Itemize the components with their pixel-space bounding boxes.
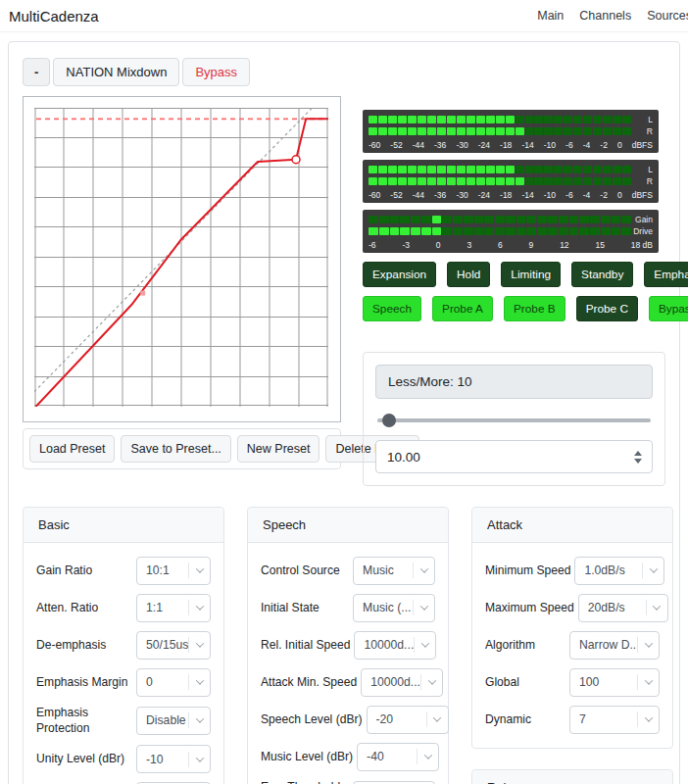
select-algorithm[interactable]: Narrow D... <box>569 631 660 660</box>
meters-stack: LR-60-52-44-36-30-24-18-14-10-6-4-20dBFS… <box>363 110 665 253</box>
status-bypass-button[interactable]: Bypass <box>649 296 688 321</box>
status-speech-button[interactable]: Speech <box>363 296 421 321</box>
led-segment <box>525 116 534 123</box>
led-segment <box>378 116 387 123</box>
led-segment <box>612 216 621 223</box>
status-hold-button[interactable]: Hold <box>447 262 490 287</box>
chevron-down-icon <box>414 605 434 611</box>
select-dynamic[interactable]: 7 <box>569 706 660 734</box>
param-row-attack-min-speed: Attack Min. Speed10000d... <box>261 667 435 697</box>
meter-scale: -60-52-44-36-30-24-18-14-10-6-4-20dBFS <box>369 188 653 201</box>
led-cells <box>369 127 631 135</box>
led-segment <box>474 216 484 223</box>
select-unity-level-dbr[interactable]: -10 <box>136 745 211 773</box>
led-segment <box>593 116 602 123</box>
select-value: 1:1 <box>137 601 188 614</box>
led-segment <box>534 177 543 185</box>
chevron-down-icon <box>189 757 210 762</box>
transfer-curve-graph[interactable] <box>23 96 341 422</box>
channel-card: - NATION Mixdown Bypass Load PresetSave … <box>8 41 680 784</box>
save-to-preset-button[interactable]: Save to Preset... <box>121 435 230 463</box>
led-segment <box>390 227 400 235</box>
select-gain-ratio[interactable]: 10:1 <box>136 557 211 585</box>
led-segment <box>427 177 436 185</box>
led-cells <box>369 166 631 173</box>
chevron-down-icon <box>415 642 435 648</box>
less-more-slider[interactable] <box>377 414 651 427</box>
nav-link-main[interactable]: Main <box>537 9 564 23</box>
led-segment <box>601 227 611 235</box>
minimize-button[interactable]: - <box>23 58 50 86</box>
status-limiting-button[interactable]: Limiting <box>501 262 561 287</box>
param-label: Minimum Speed <box>485 563 574 578</box>
select-de-emphasis[interactable]: 50/15us <box>136 631 211 660</box>
led-segment <box>378 177 387 185</box>
led-segment <box>573 166 582 173</box>
stepper-down-icon[interactable] <box>634 459 642 464</box>
led-segment <box>554 166 563 173</box>
led-segment <box>418 166 426 173</box>
output-meter-1: LR-60-52-44-36-30-24-18-14-10-6-4-20dBFS <box>363 110 659 153</box>
chevron-down-icon <box>189 717 210 723</box>
select-music-level-dbr[interactable]: -40 <box>357 743 439 771</box>
panel-body: Minimum Speed1.0dB/sMaximum Speed20dB/sA… <box>472 543 672 748</box>
led-segment <box>476 177 485 185</box>
select-atten-ratio[interactable]: 1:1 <box>136 594 211 622</box>
select-attack-min-speed[interactable]: 10000d... <box>361 668 443 697</box>
status-expansion-button[interactable]: Expansion <box>363 262 436 287</box>
chevron-glyph <box>421 639 429 647</box>
led-segment <box>442 227 452 235</box>
panel-speech: SpeechControl SourceMusicInitial StateMu… <box>247 507 449 784</box>
select-global[interactable]: 100 <box>569 668 660 697</box>
less-more-number-input[interactable]: 10.00 <box>375 440 653 473</box>
select-control-source[interactable]: Music <box>353 557 435 585</box>
scale-tick: -24 <box>478 190 490 200</box>
select-rel-initial-speed[interactable]: 10000d... <box>354 631 436 660</box>
slider-thumb[interactable] <box>382 414 396 427</box>
scale-tick: 6 <box>498 240 503 250</box>
stepper-up-icon[interactable] <box>634 451 642 456</box>
load-preset-button[interactable]: Load Preset <box>29 435 115 463</box>
slider-track[interactable] <box>377 418 651 422</box>
channel-name-button[interactable]: NATION Mixdown <box>53 58 179 86</box>
led-segment <box>400 216 410 223</box>
led-segment <box>411 227 420 235</box>
led-segment <box>447 116 456 123</box>
status-probe-c-button[interactable]: Probe C <box>576 296 638 321</box>
led-segment <box>506 177 515 185</box>
chevron-down-icon <box>418 754 438 760</box>
led-segment <box>516 177 524 185</box>
led-cells <box>369 116 631 123</box>
scale-tick: -6 <box>369 240 376 250</box>
scale-tick: -10 <box>544 190 556 200</box>
select-maximum-speed[interactable]: 20dB/s <box>578 594 668 622</box>
nav-link-channels[interactable]: Channels <box>579 9 631 23</box>
param-label: Emphasis Margin <box>36 674 131 690</box>
select-speech-level-dbr[interactable]: -20 <box>367 706 449 734</box>
status-row-2: SpeechProbe AProbe BProbe CBypass <box>363 296 659 321</box>
bypass-button[interactable]: Bypass <box>182 58 250 86</box>
select-emphasis-protection[interactable]: Disable <box>136 707 211 735</box>
select-minimum-speed[interactable]: 1.0dB/s <box>574 557 664 585</box>
number-stepper[interactable] <box>624 441 652 472</box>
less-more-value[interactable]: 10.00 <box>376 450 624 465</box>
scale-tick: -2 <box>600 190 608 200</box>
select-value: 10:1 <box>137 564 188 577</box>
nav-link-sources[interactable]: Sources <box>647 9 688 23</box>
led-segment <box>564 177 572 185</box>
status-probe-a-button[interactable]: Probe A <box>432 296 493 321</box>
panel-title: Release <box>472 770 672 784</box>
scale-tick: dBFS <box>632 140 653 150</box>
led-segment <box>554 177 563 185</box>
led-segment <box>476 166 485 173</box>
param-row-de-emphasis: De-emphasis50/15us <box>36 630 211 660</box>
compression-curve-svg[interactable] <box>34 108 328 407</box>
new-preset-button[interactable]: New Preset <box>237 435 320 463</box>
led-segment <box>408 166 417 173</box>
status-emphasis-button[interactable]: Emphasis <box>644 262 688 287</box>
select-emphasis-margin[interactable]: 0 <box>136 668 211 697</box>
status-standby-button[interactable]: Standby <box>571 262 633 287</box>
knee-point-handle[interactable] <box>292 156 300 164</box>
status-probe-b-button[interactable]: Probe B <box>504 296 565 321</box>
select-initial-state[interactable]: Music (... <box>353 594 435 622</box>
